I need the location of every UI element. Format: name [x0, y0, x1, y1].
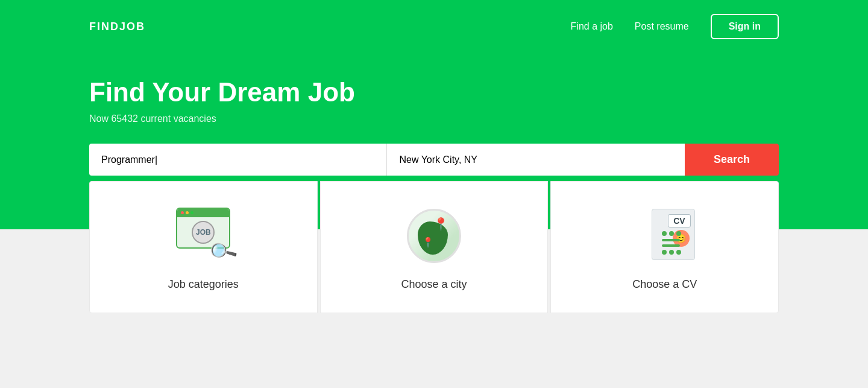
- card-choose-cv[interactable]: CV 😊: [550, 181, 779, 313]
- job-categories-icon: JOB 🔍: [167, 206, 239, 266]
- card-job-categories[interactable]: JOB 🔍 Job categories: [89, 181, 318, 313]
- nav-post-resume[interactable]: Post resume: [635, 21, 689, 32]
- choose-cv-icon: CV 😊: [629, 206, 701, 266]
- hero-title: Find Your Dream Job: [89, 77, 779, 107]
- card-choose-city[interactable]: 📍 📍 Choose a city: [320, 181, 549, 313]
- card-choose-city-label: Choose a city: [401, 278, 467, 291]
- sign-in-button[interactable]: Sign in: [711, 14, 779, 39]
- cards-section: JOB 🔍 Job categories 📍 📍 Choose a city C…: [0, 229, 868, 388]
- navigation: Find a job Post resume Sign in: [571, 14, 779, 39]
- card-choose-cv-label: Choose a CV: [632, 278, 697, 291]
- search-button[interactable]: Search: [685, 144, 779, 176]
- header: FINDJOB Find a job Post resume Sign in: [0, 0, 868, 53]
- search-bar: Search: [89, 144, 779, 176]
- location-search-input[interactable]: [386, 144, 684, 176]
- logo: FINDJOB: [89, 21, 145, 33]
- job-search-input[interactable]: [89, 144, 386, 176]
- card-job-categories-label: Job categories: [168, 278, 239, 291]
- choose-city-icon: 📍 📍: [398, 206, 470, 266]
- nav-find-job[interactable]: Find a job: [571, 21, 613, 32]
- hero-subtitle: Now 65432 current vacancies: [89, 113, 779, 124]
